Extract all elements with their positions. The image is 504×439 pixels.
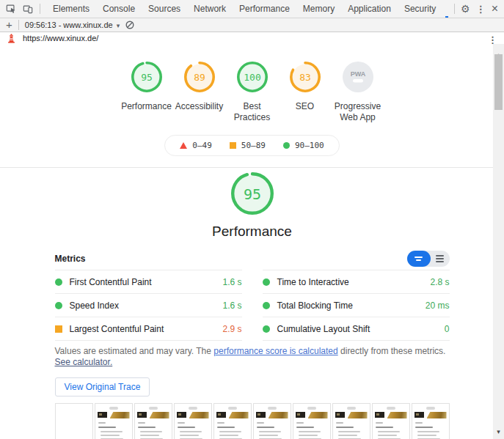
tab-elements[interactable]: Elements	[49, 0, 93, 18]
scroll-down-arrow-icon[interactable]	[493, 424, 504, 437]
tab-network[interactable]: Network	[190, 0, 230, 18]
metric-grid: First Contentful Paint1.6 sTime to Inter…	[55, 270, 450, 341]
tab-performance[interactable]: Performance	[235, 0, 293, 18]
average-square-icon	[55, 325, 62, 333]
category-gauge-best-practices[interactable]: 100Best Practices	[226, 62, 279, 123]
metrics-view-toggle[interactable]	[407, 251, 450, 267]
thumbnail-logo	[177, 412, 186, 418]
inspect-element-icon[interactable]	[6, 4, 16, 14]
close-devtools-icon[interactable]	[492, 2, 498, 15]
thumbnail-text-line	[378, 431, 400, 432]
thumbnail-logo	[256, 412, 266, 418]
svg-text:100: 100	[244, 72, 260, 83]
thumbnail-text-line	[101, 435, 120, 436]
thumbnail-header	[254, 412, 291, 418]
toggle-condensed-view[interactable]	[407, 251, 431, 267]
tab-lighthouse[interactable]: Lighthouse	[445, 0, 448, 18]
thumbnail-text-line	[417, 435, 437, 436]
thumbnail-text-line	[257, 422, 264, 424]
tab-console[interactable]: Console	[99, 0, 139, 18]
thumbnail-text-line	[98, 422, 106, 424]
category-label: Performance	[121, 101, 172, 112]
thumbnail-text-line	[140, 435, 159, 436]
toggle-expanded-view[interactable]	[431, 251, 450, 267]
device-toolbar-icon[interactable]	[23, 4, 33, 14]
report-url-bar: https://www.xinux.de/	[0, 32, 504, 44]
legend-item-square: 50–89	[230, 141, 266, 150]
thumbnail-pill	[109, 407, 118, 410]
thumbnail-text-line	[219, 431, 241, 432]
thumbnail-text-line	[338, 431, 360, 432]
metric-value: 1.6 s	[222, 277, 241, 287]
tab-security[interactable]: Security	[401, 0, 439, 18]
thumbnail-text-line	[415, 427, 433, 428]
metrics-disclaimer: Values are estimated and may vary. The p…	[55, 346, 450, 368]
thumbnail-pill	[307, 407, 316, 410]
metric-row: Time to Interactive2.8 s	[263, 270, 450, 293]
metric-name: Total Blocking Time	[277, 300, 426, 311]
thumbnail-logo	[98, 412, 107, 418]
thumbnail-text-line	[296, 427, 314, 428]
filmstrip-frame	[174, 403, 212, 439]
thumbnail-text-line	[98, 427, 116, 428]
category-label: SEO	[296, 101, 314, 112]
new-audit-plus-icon[interactable]	[6, 18, 12, 32]
category-gauge-accessibility[interactable]: 89Accessibility	[173, 62, 226, 112]
scrollbar[interactable]	[493, 44, 504, 439]
pass-circle-icon	[55, 302, 62, 309]
settings-gear-icon[interactable]	[461, 2, 470, 15]
disclaimer-text: Values are estimated and may vary. The	[55, 346, 214, 356]
thumbnail-text-line	[219, 435, 238, 436]
thumbnail-header	[214, 412, 251, 418]
thumbnail-banner	[150, 412, 169, 418]
thumbnail-banner	[427, 412, 447, 418]
category-label: Best Practices	[226, 101, 279, 123]
thumbnail-pill	[149, 407, 158, 410]
toggle-bar	[436, 255, 444, 257]
thumbnail-logo	[335, 412, 345, 418]
pass-circle-icon	[263, 278, 270, 286]
thumbnail-pill	[189, 407, 197, 410]
thumbnail-banner	[189, 412, 209, 418]
thumbnail-header	[333, 412, 370, 418]
legend-item-triangle: 0–49	[180, 141, 212, 150]
performance-score-calculated-link[interactable]: performance score is calculated	[213, 346, 337, 356]
performance-section-title: Performance	[0, 224, 504, 240]
disclaimer-text: directly from these metrics.	[338, 346, 446, 356]
metrics-header: Metrics	[55, 250, 450, 268]
tab-application[interactable]: Application	[344, 0, 395, 18]
score-legend-row: 0–4950–8990–100	[0, 135, 504, 156]
thumbnail-text-line	[140, 431, 162, 432]
see-calculator-link[interactable]: See calculator.	[55, 357, 113, 367]
category-gauge-seo[interactable]: 83SEO	[279, 62, 332, 112]
performance-score-gauge[interactable]: 95	[0, 172, 504, 215]
view-original-trace-button[interactable]: View Original Trace	[55, 377, 150, 396]
thumbnail-header	[95, 412, 132, 418]
tab-sources[interactable]: Sources	[145, 0, 184, 18]
tab-memory[interactable]: Memory	[299, 0, 338, 18]
filmstrip-frame	[293, 403, 331, 439]
filmstrip	[55, 403, 450, 439]
section-divider	[0, 167, 504, 168]
metric-row: Largest Contentful Paint2.9 s	[55, 317, 242, 341]
clear-audits-icon[interactable]	[125, 21, 134, 29]
thumbnail-text-line	[259, 435, 278, 436]
category-gauge-performance[interactable]: 95Performance	[120, 62, 173, 112]
thumbnail-text-line	[178, 422, 185, 424]
audit-session-selector[interactable]: 09:56:13 - www.xinux.de	[25, 21, 120, 29]
thumbnail-banner	[387, 412, 407, 418]
metric-value: 2.8 s	[430, 277, 449, 287]
thumbnail-text-line	[178, 427, 195, 428]
toggle-bar	[436, 258, 444, 259]
more-options-icon[interactable]	[476, 2, 486, 15]
thumbnail-text-line	[299, 431, 321, 432]
filmstrip-frame	[332, 403, 370, 439]
thumbnail-text-line	[180, 431, 202, 432]
thumbnail-logo	[216, 412, 226, 418]
filmstrip-frame	[412, 403, 450, 439]
svg-text:PWA: PWA	[350, 70, 365, 78]
toggle-bar	[414, 257, 423, 258]
scrollbar-thumb[interactable]	[494, 54, 503, 110]
metric-value: 1.6 s	[222, 300, 241, 311]
category-gauge-progressive-web-app[interactable]: PWAProgressive Web App	[332, 62, 384, 123]
